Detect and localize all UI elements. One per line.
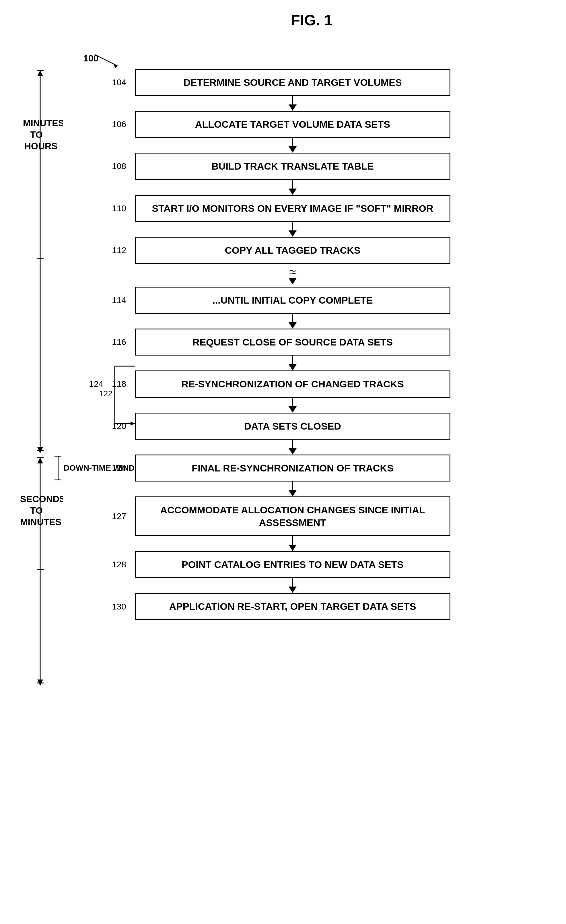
figure-title: FIG. 1 bbox=[69, 12, 554, 29]
svg-text:TO: TO bbox=[30, 129, 43, 140]
arrow-down-7 bbox=[289, 406, 296, 412]
step-120: FINAL RE-SYNCHRONIZATION OF TRACKS bbox=[135, 454, 451, 482]
step-106: ALLOCATE TARGET VOLUME DATA SETS bbox=[135, 111, 451, 138]
arrow-down-9 bbox=[289, 490, 296, 496]
arrow-down-2 bbox=[289, 146, 296, 153]
arrow-down-1 bbox=[289, 105, 296, 111]
step-118-wrapper: 118 124 RE-SYNCHRONIZATION OF CHANGED TR… bbox=[135, 370, 451, 398]
step-127-wrapper: 127 ACCOMMODATE ALLOCATION CHANGES SINCE… bbox=[135, 496, 451, 536]
arrow-stem-8 bbox=[292, 440, 293, 448]
step-114: ...UNTIL INITIAL COPY COMPLETE bbox=[135, 286, 451, 314]
arrow-stem-5 bbox=[292, 314, 293, 322]
minutes-hours-bracket: MINUTES TO HOURS bbox=[17, 69, 63, 453]
arrow-down-3 bbox=[289, 189, 296, 195]
ref-104: 104 bbox=[112, 78, 126, 87]
step-130-wrapper: 130 APPLICATION RE-START, OPEN TARGET DA… bbox=[135, 593, 451, 620]
step-108: BUILD TRACK TRANSLATE TABLE bbox=[135, 153, 451, 180]
page: FIG. 1 100 104 DETERMINE SOURCE AND TARG… bbox=[0, 0, 566, 924]
arrow-down-4 bbox=[289, 230, 296, 237]
arrow-stem-9 bbox=[292, 482, 293, 490]
ref-128: 128 bbox=[112, 560, 126, 569]
ref-127: 127 bbox=[112, 512, 126, 521]
svg-text:MINUTES: MINUTES bbox=[20, 517, 61, 527]
arrow-stem-11 bbox=[292, 578, 293, 586]
arrow-stem-10 bbox=[292, 536, 293, 544]
step-110: START I/O MONITORS ON EVERY IMAGE IF "SO… bbox=[135, 195, 451, 222]
svg-text:HOURS: HOURS bbox=[24, 141, 58, 151]
arrow-stem-7 bbox=[292, 398, 293, 406]
wavy-symbol-1: ≈ bbox=[289, 266, 296, 278]
ref-114: 114 bbox=[112, 295, 126, 305]
arrow-down-11 bbox=[289, 586, 296, 593]
step-127: ACCOMMODATE ALLOCATION CHANGES SINCE INI… bbox=[135, 496, 451, 536]
arrow-stem-6 bbox=[292, 356, 293, 364]
ref-116: 116 bbox=[112, 337, 126, 347]
ref-106: 106 bbox=[112, 119, 126, 129]
step-104-wrapper: 104 DETERMINE SOURCE AND TARGET VOLUMES bbox=[135, 69, 451, 96]
arrow-stem-2 bbox=[292, 138, 293, 146]
step-128: POINT CATALOG ENTRIES TO NEW DATA SETS bbox=[135, 551, 451, 578]
downtime-group: DOWN-TIME WINDOW bbox=[54, 456, 148, 480]
step-114-wrapper: 114 ...UNTIL INITIAL COPY COMPLETE bbox=[135, 286, 451, 314]
svg-text:MINUTES: MINUTES bbox=[23, 118, 63, 128]
loop-area: 122 bbox=[135, 398, 451, 406]
arrow-stem-1 bbox=[292, 96, 293, 105]
step-112: COPY ALL TAGGED TRACKS bbox=[135, 237, 451, 264]
diagram-container: 104 DETERMINE SOURCE AND TARGET VOLUMES … bbox=[12, 46, 554, 620]
step-104: DETERMINE SOURCE AND TARGET VOLUMES bbox=[135, 69, 451, 96]
ref-108: 108 bbox=[112, 161, 126, 171]
arrow-down-5 bbox=[289, 322, 296, 328]
step-120-wrapper: 124 DOWN-TIME WINDOW FINAL RE-SYNCHRONIZ… bbox=[135, 454, 451, 482]
ref-112: 112 bbox=[112, 245, 126, 255]
wavy-connector: ≈ bbox=[289, 266, 296, 284]
arrow-stem-3 bbox=[292, 180, 293, 189]
seconds-minutes-bracket: SECONDS TO MINUTES bbox=[17, 456, 63, 686]
step-122-wrapper: 120 DATA SETS CLOSED bbox=[135, 412, 451, 440]
step-112-wrapper: 112 COPY ALL TAGGED TRACKS bbox=[135, 237, 451, 264]
arrow-down-8 bbox=[289, 448, 296, 454]
step-110-wrapper: 110 START I/O MONITORS ON EVERY IMAGE IF… bbox=[135, 195, 451, 222]
arrow-down-10 bbox=[289, 544, 296, 551]
flowchart: 104 DETERMINE SOURCE AND TARGET VOLUMES … bbox=[92, 46, 493, 620]
ref-130: 130 bbox=[112, 602, 126, 612]
arrow-stem-4 bbox=[292, 222, 293, 230]
step-118: RE-SYNCHRONIZATION OF CHANGED TRACKS bbox=[135, 370, 451, 398]
svg-marker-6 bbox=[130, 422, 135, 426]
arrow-down-6 bbox=[289, 364, 296, 370]
svg-text:TO: TO bbox=[30, 506, 43, 516]
step-116: REQUEST CLOSE OF SOURCE DATA SETS bbox=[135, 328, 451, 356]
step-130: APPLICATION RE-START, OPEN TARGET DATA S… bbox=[135, 593, 451, 620]
step-116-wrapper: 116 REQUEST CLOSE OF SOURCE DATA SETS bbox=[135, 328, 451, 356]
svg-text:SECONDS: SECONDS bbox=[20, 494, 63, 504]
step-122: DATA SETS CLOSED bbox=[135, 412, 451, 440]
ref-122b: 120 bbox=[112, 421, 126, 431]
ref-110: 110 bbox=[112, 204, 126, 213]
step-128-wrapper: 128 POINT CATALOG ENTRIES TO NEW DATA SE… bbox=[135, 551, 451, 578]
step-108-wrapper: 108 BUILD TRACK TRANSLATE TABLE bbox=[135, 153, 451, 180]
step-106-wrapper: 106 ALLOCATE TARGET VOLUME DATA SETS bbox=[135, 111, 451, 138]
arrow-down-wavy bbox=[289, 278, 296, 284]
svg-text:122: 122 bbox=[99, 389, 112, 398]
resync-loop-svg: 122 bbox=[97, 363, 135, 426]
